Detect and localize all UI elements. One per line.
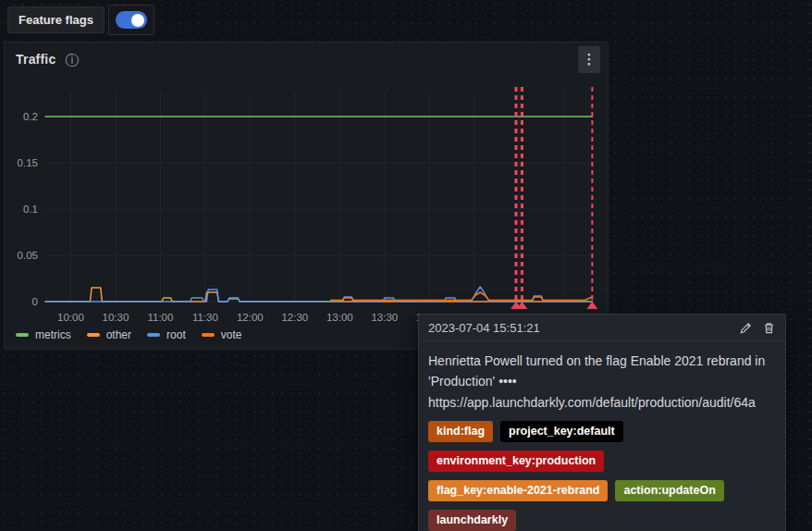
tag-pill: kind:flag xyxy=(428,421,493,442)
dashboard-submenu: Feature flags xyxy=(7,5,154,35)
panel-menu-button[interactable]: ⋮ xyxy=(578,46,600,73)
feature-flags-label: Feature flags xyxy=(7,6,105,33)
legend-label: root xyxy=(166,328,186,341)
legend-color-icon xyxy=(16,333,29,337)
svg-text:0.15: 0.15 xyxy=(18,157,38,168)
annotation-url: https://app.launchdarkly.com/default/pro… xyxy=(428,392,776,413)
tag-pill: action:updateOn xyxy=(615,480,723,501)
tag-pill: launchdarkly xyxy=(428,510,516,531)
svg-text:0: 0 xyxy=(32,296,38,307)
svg-text:0.1: 0.1 xyxy=(23,204,38,215)
legend-label: metrics xyxy=(35,328,71,341)
svg-text:11:00: 11:00 xyxy=(147,312,173,323)
info-icon[interactable]: ⓘ xyxy=(65,53,79,67)
feature-flags-toggle[interactable] xyxy=(108,5,154,35)
traffic-panel: 10:0010:3011:0011:3012:0012:3013:0013:30… xyxy=(4,42,609,350)
toggle-switch-icon[interactable] xyxy=(116,11,147,29)
kebab-icon: ⋮ xyxy=(583,51,597,68)
legend-item-vote[interactable]: vote xyxy=(202,328,242,341)
svg-text:0.2: 0.2 xyxy=(23,111,38,122)
annotation-tooltip-body: Henrietta Powell turned on the flag Enab… xyxy=(419,341,785,531)
annotation-timestamp: 2023-07-04 15:51:21 xyxy=(428,321,540,335)
annotation-message: Henrietta Powell turned on the flag Enab… xyxy=(428,351,776,392)
panel-header: Traffic ⓘ ⋮ xyxy=(5,43,608,76)
legend-color-icon xyxy=(202,333,215,337)
legend-color-icon xyxy=(87,333,100,337)
legend-item-metrics[interactable]: metrics xyxy=(16,328,71,341)
legend-label: vote xyxy=(221,328,242,341)
toggle-knob xyxy=(131,14,144,27)
delete-annotation-icon[interactable] xyxy=(762,321,776,335)
edit-annotation-icon[interactable] xyxy=(739,321,753,335)
chart-legend: metricsotherrootvote xyxy=(16,328,241,341)
annotation-tooltip: 2023-07-04 15:51:21 Henrietta Powell tur… xyxy=(418,314,786,531)
traffic-chart[interactable]: 10:0010:3011:0011:3012:0012:3013:0013:30… xyxy=(5,43,608,349)
svg-text:10:30: 10:30 xyxy=(103,312,129,323)
svg-text:12:00: 12:00 xyxy=(237,312,264,323)
legend-item-other[interactable]: other xyxy=(87,328,131,341)
svg-text:0.05: 0.05 xyxy=(18,250,38,261)
svg-text:13:00: 13:00 xyxy=(326,312,353,323)
annotation-tooltip-header: 2023-07-04 15:51:21 xyxy=(419,315,785,341)
legend-item-root[interactable]: root xyxy=(147,328,186,341)
tag-pill: environment_key:production xyxy=(428,451,604,472)
svg-text:10:00: 10:00 xyxy=(57,312,84,323)
svg-text:13:30: 13:30 xyxy=(371,312,398,323)
legend-label: other xyxy=(106,328,131,341)
annotation-tags: kind:flagproject_key:defaultenvironment_… xyxy=(428,421,776,531)
panel-title: Traffic xyxy=(16,52,55,67)
tag-pill: project_key:default xyxy=(500,421,623,442)
svg-text:11:30: 11:30 xyxy=(192,312,218,323)
svg-text:12:30: 12:30 xyxy=(281,312,308,323)
legend-color-icon xyxy=(147,333,160,337)
tag-pill: flag_key:enable-2021-rebrand xyxy=(428,480,608,501)
